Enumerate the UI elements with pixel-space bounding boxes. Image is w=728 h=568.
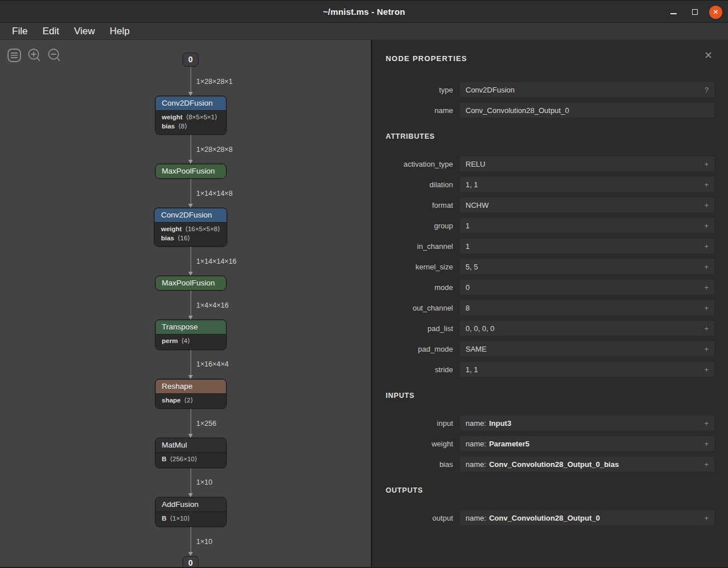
menu-edit[interactable]: Edit <box>35 26 66 37</box>
attribute-field[interactable]: SAME + <box>460 341 714 356</box>
graph-node-conv2dfusion-2[interactable]: Conv2DFusion weight⟨16×5×5×8⟩ bias⟨16⟩ <box>154 208 227 247</box>
expand-icon[interactable]: + <box>699 221 709 230</box>
node-params: weight⟨8×5×5×1⟩ bias⟨8⟩ <box>156 110 226 134</box>
edge-arrow-icon <box>188 552 193 556</box>
attribute-field[interactable]: 0 + <box>460 280 714 295</box>
param-key: bias <box>162 123 175 130</box>
expand-icon[interactable]: + <box>699 514 709 522</box>
panel-close-icon[interactable]: ✕ <box>704 50 713 61</box>
menu-file[interactable]: File <box>5 26 35 37</box>
input-field[interactable]: name: Conv_Convolution28_Output_0_bias + <box>460 457 714 472</box>
attribute-field[interactable]: 1, 1 + <box>460 177 714 192</box>
type-help-icon[interactable]: ? <box>700 86 709 94</box>
edge-shape-label[interactable]: 1×16×4×4 <box>196 360 229 368</box>
edge-arrow-icon <box>188 92 193 96</box>
param-key: B <box>162 456 167 462</box>
menu-icon <box>7 48 22 63</box>
attribute-label: pad_mode <box>386 345 453 353</box>
attribute-label: dilation <box>386 180 453 189</box>
section-heading-outputs: OUTPUTS <box>386 486 714 494</box>
expand-icon[interactable]: + <box>699 419 709 428</box>
node-properties-panel: NODE PROPERTIES ✕ type Conv2DFusion ? na… <box>372 40 728 567</box>
attribute-field[interactable]: RELU + <box>460 156 714 171</box>
expand-icon[interactable]: + <box>699 460 709 469</box>
graph-node-conv2dfusion-1[interactable]: Conv2DFusion weight⟨8×5×5×1⟩ bias⟨8⟩ <box>155 96 227 135</box>
expand-icon[interactable]: + <box>699 201 709 210</box>
node-params: weight⟨16×5×5×8⟩ bias⟨16⟩ <box>155 222 227 246</box>
edge-shape-label[interactable]: 1×14×14×16 <box>196 257 237 265</box>
expand-icon[interactable]: + <box>699 180 709 189</box>
menu-help[interactable]: Help <box>102 26 137 37</box>
field-value: 0, 0, 0, 0 <box>466 324 495 333</box>
expand-icon[interactable]: + <box>699 440 709 448</box>
attribute-field[interactable]: NCHW + <box>460 198 714 212</box>
property-label: name <box>386 106 453 115</box>
graph-node-matmul[interactable]: MatMul B⟨256×10⟩ <box>155 438 227 468</box>
zoom-out-icon <box>47 48 62 63</box>
graph-node-transpose[interactable]: Transpose perm⟨4⟩ <box>155 320 227 350</box>
edge-shape-label[interactable]: 1×28×28×8 <box>196 146 233 154</box>
attribute-field[interactable]: 5, 5 + <box>460 259 714 274</box>
zoom-out-button[interactable] <box>47 48 62 63</box>
expand-icon[interactable]: + <box>699 160 709 168</box>
graph-canvas[interactable]: 0 1×28×28×1 Conv2DFusion weight⟨8×5×5×1⟩… <box>0 40 372 567</box>
menu-view[interactable]: View <box>67 26 103 37</box>
expand-icon[interactable]: + <box>699 365 709 374</box>
name-field[interactable]: Conv_Convolution28_Output_0 <box>460 103 714 118</box>
attribute-field[interactable]: 1 + <box>460 218 714 233</box>
input-field[interactable]: name: Parameter5 + <box>460 436 714 451</box>
output-field[interactable]: name: Conv_Convolution28_Output_0 + <box>460 510 714 525</box>
zoom-in-button[interactable] <box>27 48 42 63</box>
minimize-icon <box>670 13 677 14</box>
graph-node-addfusion[interactable]: AddFusion B⟨1×10⟩ <box>155 497 227 527</box>
window-controls: ✕ <box>667 1 722 23</box>
expand-icon[interactable]: + <box>699 345 709 353</box>
sidebar-menu-button[interactable] <box>7 48 22 63</box>
minimize-button[interactable] <box>667 6 680 19</box>
edge-shape-label[interactable]: 1×10 <box>196 478 212 486</box>
output-row: output name: Conv_Convolution28_Output_0… <box>386 510 714 525</box>
maximize-button[interactable] <box>688 6 701 19</box>
graph-node-maxpoolfusion-2[interactable]: MaxPoolFusion <box>155 276 227 291</box>
input-row: weight name: Parameter5 + <box>386 436 714 451</box>
graph-input-node[interactable]: 0 <box>183 53 199 67</box>
edge-shape-label[interactable]: 1×28×28×1 <box>196 78 233 86</box>
edge-shape-label[interactable]: 1×10 <box>196 538 212 546</box>
graph-edge: 1×14×14×16 <box>0 247 372 276</box>
graph-output-node[interactable]: 0 <box>183 556 199 567</box>
tensor-name: Conv_Convolution28_Output_0 <box>489 514 600 522</box>
node-title: MaxPoolFusion <box>156 164 226 178</box>
node-title: Conv2DFusion <box>156 96 226 110</box>
graph-node-maxpoolfusion-1[interactable]: MaxPoolFusion <box>155 164 227 179</box>
attribute-field[interactable]: 0, 0, 0, 0 + <box>460 321 714 336</box>
edge-arrow-icon <box>188 272 193 276</box>
expand-icon[interactable]: + <box>699 242 709 251</box>
expand-icon[interactable]: + <box>699 304 709 312</box>
field-value: Conv2DFusion <box>466 86 515 94</box>
attribute-field[interactable]: 1 + <box>460 239 714 253</box>
input-row: input name: Input3 + <box>386 416 714 430</box>
expand-icon[interactable]: + <box>699 263 709 271</box>
edge-shape-label[interactable]: 1×256 <box>196 420 216 428</box>
edge-shape-label[interactable]: 1×4×4×16 <box>196 301 229 309</box>
expand-icon[interactable]: + <box>699 324 709 333</box>
attribute-label: kernel_size <box>386 263 453 271</box>
close-button[interactable]: ✕ <box>709 6 722 19</box>
input-field[interactable]: name: Input3 + <box>460 416 714 430</box>
type-field[interactable]: Conv2DFusion ? <box>460 82 714 97</box>
edge-line <box>191 527 191 553</box>
titlebar: ~/mnist.ms - Netron ✕ <box>0 0 728 23</box>
param-key: B <box>162 515 167 522</box>
attribute-label: group <box>386 221 453 230</box>
edge-line <box>191 468 191 494</box>
expand-icon[interactable]: + <box>699 283 709 292</box>
param-key: perm <box>162 337 178 344</box>
edge-shape-label[interactable]: 1×14×14×8 <box>196 190 233 198</box>
graph-node-reshape[interactable]: Reshape shape⟨2⟩ <box>155 379 227 409</box>
tensor-name: Input3 <box>489 419 511 428</box>
param-value: ⟨4⟩ <box>181 337 190 344</box>
node-title: MaxPoolFusion <box>156 276 226 290</box>
attribute-field[interactable]: 1, 1 + <box>460 362 714 377</box>
field-value: RELU <box>466 160 486 168</box>
attribute-field[interactable]: 8 + <box>460 300 714 315</box>
